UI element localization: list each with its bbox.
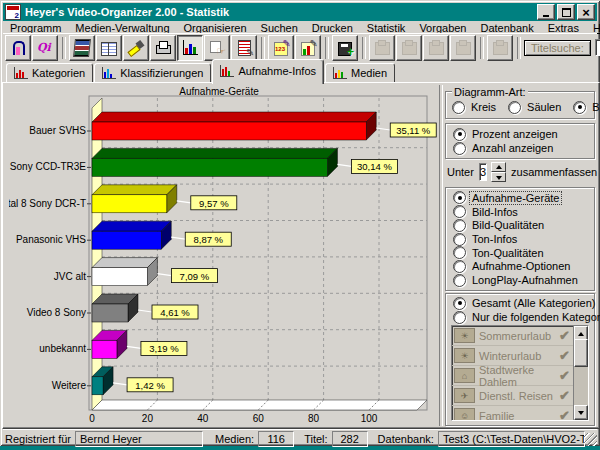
drucken-button[interactable] xyxy=(150,35,176,61)
radio-ton-infos[interactable]: Ton-Infos xyxy=(453,232,590,246)
tab-kategorien[interactable]: Kategorien xyxy=(6,63,93,82)
hand-card-icon xyxy=(209,40,225,56)
titelsuche-button[interactable]: Titelsuche: xyxy=(524,40,591,56)
bar-top-face xyxy=(92,185,177,195)
radio-anzahl-anzeigen[interactable]: Anzahl anzeigen xyxy=(453,141,590,155)
chart-bar xyxy=(92,340,117,358)
checkmark-icon: ✔ xyxy=(559,388,570,403)
chart-bar xyxy=(92,377,103,395)
datenbank-hinzufuegen-button[interactable] xyxy=(332,35,358,61)
checkmark-icon: ✔ xyxy=(559,408,570,421)
category-label: Dienstl. Reisen xyxy=(479,390,555,402)
statistik-button[interactable] xyxy=(177,35,203,61)
scroll-down-icon[interactable] xyxy=(574,405,588,420)
combine-value-field[interactable]: 3 xyxy=(479,163,487,181)
maximize-button[interactable] xyxy=(557,4,575,20)
toolbar: Titelsuche: ◄ ► xyxy=(3,33,597,61)
media-button-2[interactable] xyxy=(396,35,422,61)
radio-label: Kreis xyxy=(469,101,498,113)
radio-label: Aufnahme-Optionen xyxy=(470,260,572,272)
qi-icon xyxy=(37,40,53,56)
radio-icon xyxy=(453,274,466,287)
category-sommerurlaub[interactable]: ☀Sommerurlaub✔ xyxy=(452,326,574,346)
nummerierung-button[interactable] xyxy=(268,35,294,61)
category-scrollbar[interactable] xyxy=(573,326,588,420)
radio-aufnahme-geräte[interactable]: Aufnahme-Geräte xyxy=(453,191,590,205)
tab-label: Kategorien xyxy=(32,67,85,79)
farbstatistik-button[interactable] xyxy=(295,35,321,61)
chart-bar xyxy=(92,231,161,249)
chart-bar xyxy=(92,158,327,176)
radio-bild-qualitäten[interactable]: Bild-Qualitäten xyxy=(453,218,590,232)
radio-säulen[interactable]: Säulen xyxy=(508,100,563,114)
listen-button[interactable] xyxy=(231,35,257,61)
value-label: 9,57 % xyxy=(199,198,229,209)
tab-klassifizierungen[interactable]: Klassifizierungen xyxy=(94,63,211,82)
minimize-button[interactable] xyxy=(537,4,555,20)
tab-medien[interactable]: Medien xyxy=(325,63,395,82)
scroll-thumb[interactable] xyxy=(574,339,588,367)
callout-line xyxy=(113,383,127,385)
spinner-down-button[interactable] xyxy=(491,172,506,182)
media-button-4[interactable] xyxy=(450,35,476,61)
x-tick-label: 0 xyxy=(89,413,95,424)
tab-label: Aufnahme-Infos xyxy=(238,65,316,77)
radio-aufnahme-optionen[interactable]: Aufnahme-Optionen xyxy=(453,260,590,274)
index-cards-icon xyxy=(101,42,117,56)
medien-label: Medien: xyxy=(213,433,254,445)
radio-gesamt-alle-kategorien[interactable]: Gesamt (Alle Kategorien) xyxy=(453,296,590,310)
radio-prozent-anzeigen[interactable]: Prozent anzeigen xyxy=(453,127,590,141)
spinner-up-button[interactable] xyxy=(491,162,506,172)
toolbar-separator xyxy=(62,37,66,59)
toolbar-separator xyxy=(325,37,329,59)
toolbar-separator xyxy=(517,37,521,59)
flashlight-search-icon xyxy=(128,40,144,56)
chart-bar xyxy=(92,122,366,140)
exit-button[interactable] xyxy=(5,35,31,61)
titelsuche-input[interactable] xyxy=(595,39,600,56)
chart-title: Aufnahme-Geräte xyxy=(179,86,259,97)
category-stadtwerke-dahlem[interactable]: ⌂Stadtwerke Dahlem✔ xyxy=(452,366,574,386)
vorgaben-button[interactable] xyxy=(204,35,230,61)
resize-grip[interactable] xyxy=(584,433,597,446)
quickinfo-button[interactable] xyxy=(32,35,58,61)
media-button-5[interactable] xyxy=(487,35,513,61)
media-icon xyxy=(402,42,417,55)
category-familie[interactable]: ☺Familie✔ xyxy=(452,406,574,421)
category-dienstl-reisen[interactable]: ✈Dienstl. Reisen✔ xyxy=(452,386,574,406)
radio-nur-die-folgenden-kategorien[interactable]: Nur die folgenden Kategorien: xyxy=(453,310,590,324)
window-title: Heyer's Video-Organizer 2.00 - Statistik xyxy=(25,6,537,18)
category-label: Weitere xyxy=(52,380,87,391)
bar-top-face xyxy=(92,148,337,158)
radio-ton-qualitäten[interactable]: Ton-Qualitäten xyxy=(453,246,590,260)
medien-verwaltung-button[interactable] xyxy=(69,35,95,61)
brush-chart-icon xyxy=(301,42,315,56)
tab-aufnahme-infos[interactable]: Aufnahme-Infos xyxy=(212,59,324,84)
scope-group: Gesamt (Alle Kategorien)Nur die folgende… xyxy=(445,293,595,426)
category-label: Panasonic VHS xyxy=(16,234,86,245)
radio-longplay-aufnahmen[interactable]: LongPlay-Aufnahmen xyxy=(453,273,590,287)
chart-bar xyxy=(92,268,147,286)
radio-label: Bild-Qualitäten xyxy=(470,219,546,231)
x-tick-label: 80 xyxy=(308,413,320,424)
media-button-3[interactable] xyxy=(423,35,449,61)
value-label: 3,19 % xyxy=(149,343,179,354)
suchen-button[interactable] xyxy=(123,35,149,61)
x-tick-label: 40 xyxy=(197,413,209,424)
radio-label: Bild-Infos xyxy=(470,206,520,218)
toolbar-search-cluster: Titelsuche: ◄ ► xyxy=(524,39,600,56)
media-button-1[interactable] xyxy=(369,35,395,61)
checkmark-icon: ✔ xyxy=(559,328,570,343)
category-label: Video 8 Sony xyxy=(27,307,86,318)
category-label: Winterurlaub xyxy=(479,350,555,362)
list-edit-icon xyxy=(238,40,251,56)
combine-suffix-label: zusammenfassen xyxy=(511,166,597,178)
radio-bild-infos[interactable]: Bild-Infos xyxy=(453,205,590,219)
category-items: ☀Sommerurlaub✔☀Winterurlaub✔⌂Stadtwerke … xyxy=(452,326,574,421)
karteikarten-button[interactable] xyxy=(96,35,122,61)
info-type-group: Aufnahme-GeräteBild-InfosBild-Qualitäten… xyxy=(445,187,595,291)
radio-balken[interactable]: Balken xyxy=(573,100,600,114)
radio-kreis[interactable]: Kreis xyxy=(452,100,498,114)
radio-icon xyxy=(453,142,466,155)
close-button[interactable] xyxy=(577,4,595,20)
